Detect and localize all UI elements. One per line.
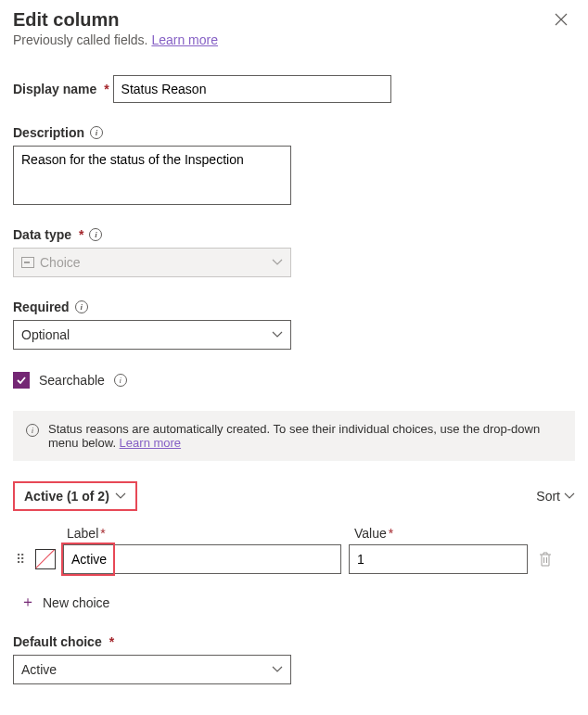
state-dropdown[interactable]: Active (1 of 2) (13, 481, 137, 511)
plus-icon: ＋ (20, 593, 35, 612)
choice-value-input[interactable] (349, 544, 528, 574)
searchable-checkbox[interactable] (13, 372, 30, 389)
trash-icon (539, 552, 552, 567)
close-button[interactable] (547, 9, 575, 30)
info-icon[interactable]: i (89, 228, 102, 241)
color-swatch-none[interactable] (35, 549, 56, 569)
chevron-down-icon (272, 259, 283, 266)
sort-button[interactable]: Sort (536, 489, 575, 504)
info-message: i Status reasons are automatically creat… (13, 411, 575, 461)
choice-label-input[interactable] (63, 544, 341, 574)
add-choice-button[interactable]: ＋ New choice (13, 587, 109, 634)
choice-label-header: Label* (67, 526, 345, 541)
display-name-input[interactable] (113, 75, 391, 103)
choice-value-header: Value* (354, 526, 530, 541)
description-input[interactable]: Reason for the status of the Inspection (13, 146, 291, 205)
drag-handle-icon[interactable]: ⠿ (13, 552, 28, 567)
close-icon (555, 13, 568, 26)
description-label: Description i (13, 125, 103, 140)
default-choice-select[interactable]: Active (13, 655, 291, 684)
panel-title: Edit column (13, 9, 547, 31)
info-icon[interactable]: i (114, 374, 127, 387)
choice-row: ⠿ (13, 544, 575, 574)
required-label: Required i (13, 300, 88, 314)
data-type-select: Choice (13, 248, 291, 277)
searchable-label: Searchable (39, 373, 105, 388)
learn-more-link[interactable]: Learn more (120, 436, 181, 450)
chevron-down-icon (115, 492, 126, 500)
chevron-down-icon (272, 666, 283, 673)
chevron-down-icon (272, 331, 283, 338)
checkmark-icon (16, 375, 27, 386)
default-choice-label: Default choice* (13, 634, 114, 649)
delete-choice-button[interactable] (535, 548, 556, 570)
chevron-down-icon (564, 492, 575, 500)
data-type-label: Data type* i (13, 227, 102, 242)
choice-type-icon (21, 257, 34, 268)
info-icon[interactable]: i (90, 126, 103, 139)
info-icon[interactable]: i (75, 300, 88, 313)
display-name-label: Display name* (13, 82, 109, 96)
learn-more-link[interactable]: Learn more (151, 32, 218, 47)
info-icon: i (26, 424, 39, 437)
panel-subtitle: Previously called fields. Learn more (13, 32, 575, 47)
required-select[interactable]: Optional (13, 320, 291, 350)
